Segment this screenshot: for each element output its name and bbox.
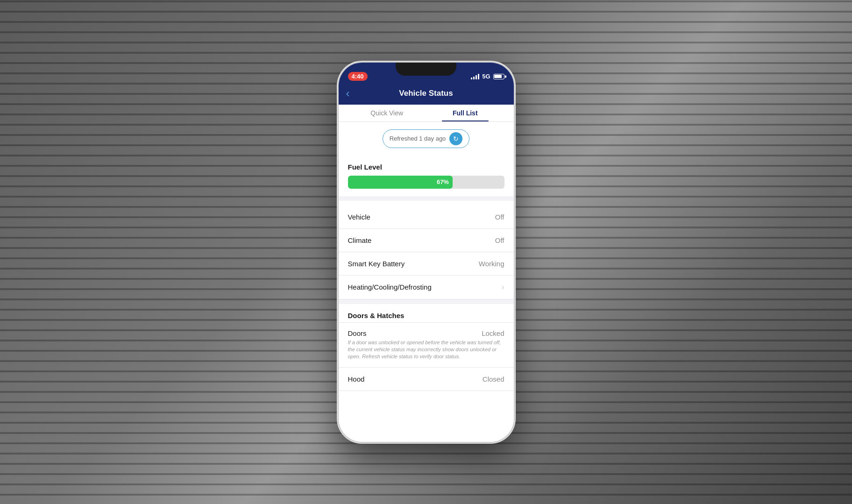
signal-bar-1 — [471, 78, 472, 79]
divider-1 — [339, 196, 514, 201]
doors-row: Doors Locked — [348, 329, 504, 337]
refresh-pill: Refreshed 1 day ago ↻ — [383, 129, 470, 148]
fuel-percent-label: 67% — [437, 178, 449, 185]
signal-bar-3 — [476, 75, 477, 79]
home-indicator — [339, 436, 514, 442]
divider-2 — [339, 299, 514, 304]
doors-item[interactable]: Doors Locked If a door was unlocked or o… — [339, 323, 514, 368]
fuel-progress-bar: 67% — [348, 176, 504, 189]
phone-frame: 4:40 5G ‹ Vehicle Status Quick View Full… — [339, 63, 514, 442]
fuel-progress-fill: 67% — [348, 176, 453, 189]
smart-key-battery-label: Smart Key Battery — [348, 260, 405, 268]
refresh-row: Refreshed 1 day ago ↻ — [339, 122, 514, 156]
refresh-text: Refreshed 1 day ago — [390, 135, 446, 142]
doors-hatches-header: Doors & Hatches — [339, 304, 514, 323]
doors-label: Doors — [348, 329, 367, 337]
status-list: Vehicle Off Climate Off Smart Key Batter… — [339, 206, 514, 299]
page-title: Vehicle Status — [399, 89, 453, 98]
doors-value: Locked — [482, 329, 504, 337]
heating-cooling-label: Heating/Cooling/Defrosting — [348, 283, 432, 291]
climate-value: Off — [495, 236, 504, 244]
phone-notch — [396, 63, 456, 76]
hood-status-item[interactable]: Hood Closed — [339, 368, 514, 391]
climate-status-item[interactable]: Climate Off — [339, 229, 514, 252]
fuel-level-label: Fuel Level — [348, 163, 504, 171]
chevron-right-icon: › — [502, 283, 504, 291]
back-button[interactable]: ‹ — [346, 87, 350, 100]
battery-icon — [493, 74, 504, 79]
signal-bar-4 — [478, 74, 479, 79]
heating-cooling-value: › — [502, 283, 504, 291]
network-type: 5G — [482, 73, 490, 80]
smart-key-battery-item[interactable]: Smart Key Battery Working — [339, 252, 514, 276]
tab-full-list[interactable]: Full List — [426, 105, 504, 121]
hood-label: Hood — [348, 375, 365, 383]
smart-key-battery-value: Working — [479, 260, 504, 268]
content-area: Refreshed 1 day ago ↻ Fuel Level 67% Veh… — [339, 122, 514, 436]
battery-fill — [494, 75, 502, 78]
signal-bars — [471, 74, 479, 79]
fuel-level-section: Fuel Level 67% — [339, 156, 514, 196]
app-header: ‹ Vehicle Status — [339, 85, 514, 105]
hood-value: Closed — [483, 375, 504, 383]
status-right: 5G — [471, 73, 504, 80]
tab-bar: Quick View Full List — [339, 105, 514, 122]
status-time: 4:40 — [348, 72, 368, 81]
doors-subtitle: If a door was unlocked or opened before … — [348, 339, 504, 361]
vehicle-label: Vehicle — [348, 213, 370, 221]
refresh-button[interactable]: ↻ — [449, 132, 462, 145]
tab-quick-view[interactable]: Quick View — [348, 105, 426, 121]
vehicle-value: Off — [495, 213, 504, 221]
vehicle-status-item[interactable]: Vehicle Off — [339, 206, 514, 229]
signal-bar-2 — [473, 77, 475, 79]
climate-label: Climate — [348, 236, 372, 244]
heating-cooling-item[interactable]: Heating/Cooling/Defrosting › — [339, 276, 514, 299]
